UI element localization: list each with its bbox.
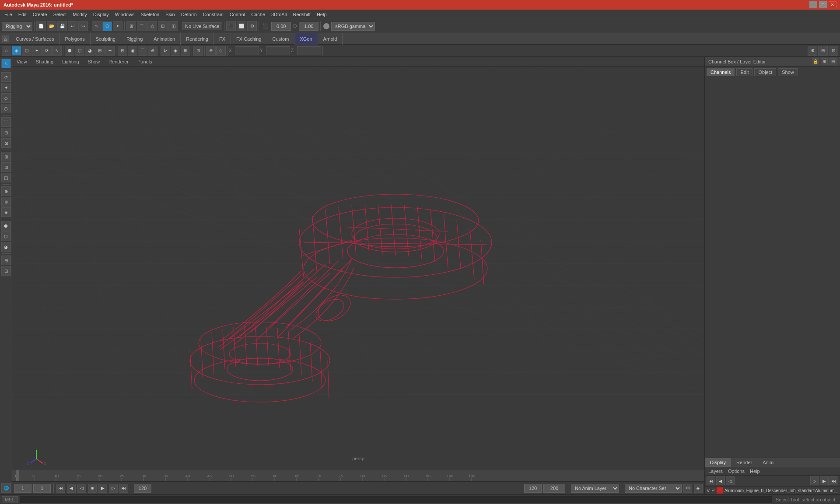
menu-file[interactable]: File bbox=[2, 11, 15, 18]
snap-live-button[interactable]: ◫ bbox=[168, 21, 178, 31]
snap-grid-button[interactable]: ⊞ bbox=[126, 21, 136, 31]
lt-extra1[interactable]: ⊕ bbox=[1, 186, 11, 196]
z-input[interactable] bbox=[297, 46, 321, 55]
menu-display[interactable]: Display bbox=[91, 11, 112, 18]
tab-custom[interactable]: Custom bbox=[267, 33, 295, 45]
snap-point-button[interactable]: ◎ bbox=[147, 21, 157, 31]
menu-select[interactable]: Select bbox=[51, 11, 70, 18]
icon-move[interactable]: ✦ bbox=[32, 46, 42, 56]
tab-fx-caching[interactable]: FX Caching bbox=[231, 33, 267, 45]
menu-cache[interactable]: Cache bbox=[248, 11, 268, 18]
tab-curves-surfaces[interactable]: Curves / Surfaces bbox=[10, 33, 60, 45]
menu-create[interactable]: Create bbox=[30, 11, 50, 18]
x-input[interactable] bbox=[235, 46, 259, 55]
lt-display2[interactable]: ⊡ bbox=[1, 162, 11, 172]
mel-input[interactable] bbox=[20, 496, 772, 504]
tab-fx[interactable]: FX bbox=[214, 33, 231, 45]
cb-tab-object[interactable]: Object bbox=[754, 68, 776, 76]
layer-nav-next2[interactable]: ▷ bbox=[810, 476, 819, 485]
icon-select[interactable]: ◈ bbox=[12, 46, 21, 56]
anim-stop[interactable]: ■ bbox=[88, 484, 97, 493]
anim-play-fwd[interactable]: ▶ bbox=[98, 484, 107, 493]
tab-arnold[interactable]: Arnold bbox=[318, 33, 343, 45]
numeric-input-1[interactable] bbox=[271, 22, 291, 31]
icon-view-snap[interactable]: ⊕ bbox=[148, 46, 158, 56]
anim-range-start[interactable] bbox=[524, 484, 542, 493]
vs-tab-panels[interactable]: Panels bbox=[135, 58, 155, 65]
icon-extra1[interactable]: ⊡ bbox=[829, 46, 838, 56]
character-set-dropdown[interactable]: No Character Set bbox=[625, 484, 682, 493]
vs-tab-view[interactable]: View bbox=[14, 58, 30, 65]
icon-rotate[interactable]: ⟳ bbox=[42, 46, 52, 56]
layer-nav-first[interactable]: ⏮ bbox=[707, 476, 715, 485]
menu-deform[interactable]: Deform bbox=[178, 11, 200, 18]
minimize-button[interactable]: ─ bbox=[809, 1, 817, 8]
menu-skin[interactable]: Skin bbox=[163, 11, 177, 18]
icon-shade[interactable]: ◕ bbox=[85, 46, 94, 56]
tab-rigging[interactable]: Rigging bbox=[121, 33, 148, 45]
new-file-button[interactable]: 📄 bbox=[36, 21, 46, 31]
lt-display1[interactable]: ⊞ bbox=[1, 152, 11, 161]
select-tool-button[interactable]: ↖ bbox=[92, 21, 102, 31]
close-button[interactable]: ✕ bbox=[829, 1, 836, 8]
anim-start-field[interactable] bbox=[14, 484, 32, 493]
lt-sym-tool[interactable]: ⊟ bbox=[1, 128, 11, 137]
lt-place-tool[interactable]: ⌒ bbox=[1, 117, 11, 127]
icon-layers[interactable]: ⊞ bbox=[818, 46, 828, 56]
lt-world-icon[interactable]: 🌐 bbox=[1, 483, 11, 493]
layer-item[interactable]: V P Aluminum_Figure_0_Descender_mb_stand… bbox=[705, 486, 840, 494]
rp-sub-help[interactable]: Help bbox=[748, 468, 762, 474]
icon-home[interactable]: ⌂ bbox=[2, 46, 11, 56]
icon-pivot[interactable]: ◇ bbox=[216, 46, 226, 56]
snap-curve-button[interactable]: ⌒ bbox=[137, 21, 147, 31]
anim-extra2[interactable]: ◈ bbox=[694, 484, 703, 493]
menu-windows[interactable]: Windows bbox=[112, 11, 137, 18]
icon-mesh[interactable]: ⬢ bbox=[65, 46, 74, 56]
cb-lock-btn[interactable]: 🔒 bbox=[812, 58, 819, 65]
anim-step-back[interactable]: ◀ bbox=[67, 484, 76, 493]
viewport[interactable]: persp X Y Z bbox=[12, 66, 704, 470]
icon-joint[interactable]: ◈ bbox=[171, 46, 180, 56]
lt-vis2[interactable]: ⬡ bbox=[1, 231, 11, 241]
anim-current-field[interactable] bbox=[33, 484, 51, 493]
workspace-dropdown[interactable]: Rigging bbox=[2, 22, 32, 31]
layer-nav-last[interactable]: ⏭ bbox=[830, 476, 838, 485]
maximize-button[interactable]: □ bbox=[819, 1, 827, 8]
layer-nav-prev2[interactable]: ◁ bbox=[726, 476, 735, 485]
lt-misc2[interactable]: ⊡ bbox=[1, 266, 11, 276]
icon-texture[interactable]: ⊞ bbox=[95, 46, 105, 56]
lasso-tool-button[interactable]: ⬡ bbox=[102, 21, 112, 31]
cb-tab-channels[interactable]: Channels bbox=[707, 68, 735, 76]
icon-paint[interactable]: ⬡ bbox=[22, 46, 32, 56]
icon-input[interactable]: ⊡ bbox=[193, 46, 203, 56]
menu-help[interactable]: Help bbox=[314, 11, 329, 18]
save-file-button[interactable]: 💾 bbox=[57, 21, 67, 31]
move-tool-button[interactable]: ✦ bbox=[113, 21, 122, 31]
tab-xgen[interactable]: XGen bbox=[294, 33, 318, 45]
icon-settings[interactable]: ⚙ bbox=[808, 46, 817, 56]
rp-tab-render[interactable]: Render bbox=[731, 458, 757, 467]
rp-sub-options[interactable]: Options bbox=[726, 468, 746, 474]
icon-wire[interactable]: ⬡ bbox=[75, 46, 84, 56]
lt-vis3[interactable]: ◕ bbox=[1, 242, 11, 252]
lt-display3[interactable]: ◫ bbox=[1, 173, 11, 182]
menu-edit[interactable]: Edit bbox=[16, 11, 29, 18]
render-settings-button[interactable]: ⚙ bbox=[247, 21, 257, 31]
menu-constrain[interactable]: Constrain bbox=[200, 11, 226, 18]
lt-paint-tool[interactable]: ◇ bbox=[1, 93, 11, 103]
menu-redshift[interactable]: Redshift bbox=[290, 11, 313, 18]
lt-sculpt-tool[interactable]: ✦ bbox=[1, 83, 11, 92]
redo-button[interactable]: ↪ bbox=[78, 21, 88, 31]
tab-rendering[interactable]: Rendering bbox=[181, 33, 214, 45]
lt-misc1[interactable]: ⊟ bbox=[1, 256, 11, 265]
rp-sub-layers[interactable]: Layers bbox=[707, 468, 724, 474]
vs-tab-lighting[interactable]: Lighting bbox=[60, 58, 82, 65]
gamma-dropdown[interactable]: sRGB gamma bbox=[331, 22, 375, 31]
icon-cam[interactable]: ⊳ bbox=[161, 46, 170, 56]
anim-play-back[interactable]: ◁ bbox=[77, 484, 86, 493]
anim-range-end[interactable] bbox=[543, 484, 565, 493]
cb-tab-edit[interactable]: Edit bbox=[736, 68, 752, 76]
snap-surface-button[interactable]: ⊡ bbox=[158, 21, 168, 31]
icon-scale[interactable]: ⤡ bbox=[52, 46, 62, 56]
rp-tab-display[interactable]: Display bbox=[705, 458, 731, 467]
